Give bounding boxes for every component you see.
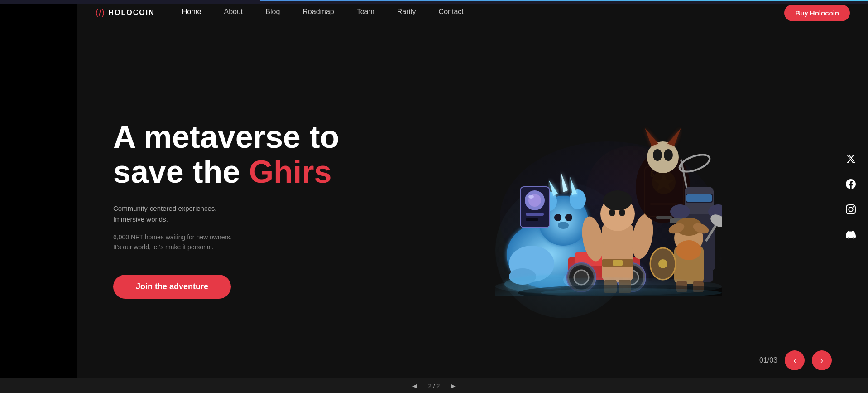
svg-point-29 <box>528 195 534 199</box>
nav-links: Home About Blog Roadmap Team Rarity Cont… <box>182 8 785 18</box>
nav-home[interactable]: Home <box>182 8 201 18</box>
hero-image-section: 5 10 <box>385 25 832 393</box>
progress-bar <box>260 0 868 1</box>
svg-rect-36 <box>613 260 623 266</box>
prev-page-button[interactable]: ‹ <box>785 350 805 370</box>
svg-marker-53 <box>645 128 658 146</box>
svg-point-48 <box>647 141 679 173</box>
nav-blog[interactable]: Blog <box>265 8 280 18</box>
twitter-icon[interactable] <box>843 150 859 167</box>
platform-glow <box>495 277 722 296</box>
svg-point-69 <box>676 240 701 260</box>
svg-rect-66 <box>656 216 672 219</box>
bottom-next-button[interactable]: ▶ <box>447 382 459 389</box>
adventure-button[interactable]: Join the adventure <box>113 275 231 299</box>
hero-subtitle: Community-centered experiences.Immersive… <box>113 203 367 225</box>
hero-title-prefix: save the <box>113 154 249 189</box>
social-icons <box>843 150 859 243</box>
svg-point-11 <box>565 214 572 221</box>
buy-button[interactable]: Buy Holocoin <box>784 5 850 21</box>
nav-team[interactable]: Team <box>357 8 374 18</box>
next-page-button[interactable]: › <box>812 350 832 370</box>
svg-rect-30 <box>602 223 633 282</box>
hero-title: A metaverse to save the Ghirs <box>113 120 367 189</box>
nav-rarity[interactable]: Rarity <box>397 8 416 18</box>
nav-contact[interactable]: Contact <box>439 8 464 18</box>
nav-about[interactable]: About <box>224 8 243 18</box>
pagination: 01/03 ‹ › <box>759 350 832 370</box>
logo-icon: ⟨/⟩ <box>95 7 105 18</box>
hero-description: 6,000 NFT homes waiting for new owners.I… <box>113 232 367 252</box>
bottom-bar: ◀ 2 / 2 ▶ <box>0 378 868 393</box>
svg-rect-28 <box>526 218 538 221</box>
bottom-prev-button[interactable]: ◀ <box>409 382 421 389</box>
discord-icon[interactable] <box>843 227 859 243</box>
hero-title-line2: save the Ghirs <box>113 154 331 189</box>
main-content: A metaverse to save the Ghirs Community-… <box>77 25 868 393</box>
svg-point-56 <box>677 151 711 175</box>
facebook-icon[interactable] <box>843 176 859 192</box>
characters-svg: 5 10 <box>495 123 722 296</box>
characters-scene: 5 10 <box>495 123 722 296</box>
svg-rect-60 <box>686 194 712 202</box>
svg-point-61 <box>670 204 690 219</box>
hero-title-line1: A metaverse to <box>113 119 339 155</box>
instagram-icon[interactable] <box>843 201 859 218</box>
browser-top-bar <box>0 0 868 4</box>
nav-roadmap[interactable]: Roadmap <box>302 8 334 18</box>
svg-point-49 <box>653 149 662 161</box>
svg-point-10 <box>554 214 561 221</box>
logo-text: HOLOCOIN <box>109 9 155 17</box>
bottom-page-info: 2 / 2 <box>428 383 440 389</box>
svg-marker-8 <box>561 172 568 192</box>
svg-point-32 <box>603 190 632 210</box>
logo[interactable]: ⟨/⟩ HOLOCOIN <box>95 7 155 18</box>
svg-rect-27 <box>526 213 544 216</box>
svg-point-40 <box>619 209 625 216</box>
navbar: ⟨/⟩ HOLOCOIN Home About Blog Roadmap Tea… <box>77 0 868 25</box>
svg-marker-54 <box>667 128 681 146</box>
svg-marker-9 <box>570 177 577 195</box>
svg-point-50 <box>664 149 673 161</box>
page-indicator: 01/03 <box>759 356 777 364</box>
svg-point-12 <box>558 222 569 229</box>
hero-text-section: A metaverse to save the Ghirs Community-… <box>113 120 385 299</box>
left-sidebar <box>0 0 77 393</box>
hero-title-highlight: Ghirs <box>249 154 332 189</box>
svg-point-39 <box>609 209 615 216</box>
svg-point-74 <box>658 259 667 268</box>
